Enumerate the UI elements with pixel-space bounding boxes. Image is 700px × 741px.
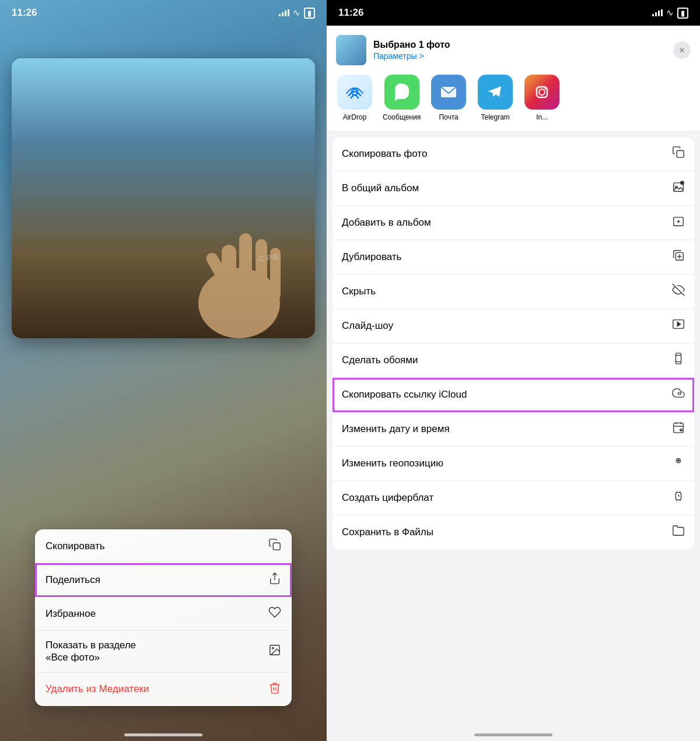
svg-point-42	[678, 460, 680, 462]
action-icloud-link-label: Скопировать ссылку iCloud	[342, 389, 467, 401]
telegram-icon	[478, 75, 513, 110]
mail-icon	[431, 75, 466, 110]
menu-delete-label: Удалить из Медиатеки	[46, 683, 149, 695]
action-copy-photo-label: Скопировать фото	[342, 148, 427, 160]
action-watch-face[interactable]: Создать циферблат	[332, 481, 694, 515]
action-hide-label: Скрыть	[342, 286, 376, 297]
copy-icon	[268, 538, 281, 554]
share-app-messages[interactable]: Сообщения	[383, 75, 421, 121]
left-phone-panel: 11:26 ∿ ▮	[0, 0, 327, 741]
heart-icon	[268, 606, 281, 621]
menu-item-show-all[interactable]: Показать в разделе«Все фото»	[35, 631, 292, 673]
action-hide-icon	[672, 283, 685, 300]
action-wallpaper[interactable]: Сделать обоями	[332, 343, 694, 378]
action-add-album-label: Добавить в альбом	[342, 217, 431, 229]
menu-copy-label: Скопировать	[46, 540, 105, 552]
left-time: 11:26	[12, 7, 37, 19]
share-app-telegram[interactable]: Telegram	[477, 75, 514, 121]
share-thumbnail	[336, 35, 366, 65]
share-header: Выбрано 1 фото Параметры > ×	[327, 26, 700, 65]
action-location-icon	[672, 455, 685, 472]
right-signal-icon	[652, 9, 663, 16]
action-add-album[interactable]: Добавить в альбом	[332, 206, 694, 240]
menu-favorite-label: Избранное	[46, 608, 96, 620]
telegram-label: Telegram	[481, 113, 509, 121]
svg-rect-20	[677, 150, 684, 157]
home-indicator-right	[474, 733, 552, 736]
left-status-bar: 11:26 ∿ ▮	[0, 0, 327, 26]
action-change-date-label: Изменить дату и время	[342, 423, 450, 435]
action-add-album-icon	[672, 215, 685, 231]
svg-rect-7	[239, 233, 252, 297]
share-sheet: Выбрано 1 фото Параметры > × AirDrop	[327, 26, 700, 741]
action-change-location-label: Изменить геопозицию	[342, 458, 443, 469]
action-shared-album-label: В общий альбом	[342, 182, 419, 194]
action-slideshow-label: Слайд-шоу	[342, 320, 393, 332]
action-copy-photo[interactable]: Скопировать фото	[332, 137, 694, 171]
svg-rect-8	[256, 239, 267, 300]
right-status-bar: 11:26 ∿ ▮	[327, 0, 700, 26]
messages-label: Сообщения	[383, 113, 421, 121]
action-save-files-label: Сохранить в Файлы	[342, 526, 433, 538]
photos-icon	[268, 644, 281, 659]
right-wifi-icon: ∿	[666, 8, 674, 18]
left-status-icons: ∿ ▮	[279, 8, 315, 19]
share-subtitle[interactable]: Параметры >	[373, 51, 666, 61]
menu-item-copy[interactable]: Скопировать	[35, 529, 292, 563]
action-wallpaper-icon	[672, 352, 685, 368]
airdrop-label: AirDrop	[343, 113, 367, 121]
mail-label: Почта	[439, 113, 458, 121]
action-save-files[interactable]: Сохранить в Файлы	[332, 515, 694, 549]
hand-silhouette	[181, 198, 298, 338]
action-watch-face-label: Создать циферблат	[342, 492, 433, 504]
action-icloud-link[interactable]: Скопировать ссылку iCloud	[332, 378, 694, 412]
watermark: CPB	[259, 252, 281, 263]
svg-marker-32	[677, 322, 681, 326]
share-icon	[268, 572, 281, 588]
share-close-button[interactable]: ×	[673, 41, 691, 59]
menu-item-delete[interactable]: Удалить из Медиатеки	[35, 673, 292, 706]
action-shared-album-icon	[672, 180, 685, 196]
action-calendar-icon	[672, 421, 685, 437]
share-app-mail[interactable]: Почта	[430, 75, 467, 121]
menu-item-share[interactable]: Поделиться	[35, 563, 292, 597]
messages-icon	[384, 75, 419, 110]
action-files-icon	[672, 524, 685, 540]
right-phone-panel: 11:26 ∿ ▮ Выбрано 1 фото Параметры > ×	[327, 0, 700, 741]
right-status-icons: ∿ ▮	[652, 8, 688, 19]
svg-rect-33	[676, 353, 681, 364]
action-slideshow-icon	[672, 318, 685, 334]
share-apps-row: AirDrop Сообщения Почта	[327, 65, 700, 131]
svg-rect-11	[273, 543, 280, 550]
wifi-icon: ∿	[293, 8, 300, 18]
share-title: Выбрано 1 фото	[373, 40, 666, 50]
share-app-airdrop[interactable]: AirDrop	[336, 75, 373, 121]
svg-point-14	[272, 648, 274, 649]
action-slideshow[interactable]: Слайд-шоу	[332, 309, 694, 343]
action-shared-album[interactable]: В общий альбом	[332, 171, 694, 206]
action-icloud-icon	[672, 387, 685, 403]
action-duplicate-label: Дублировать	[342, 251, 401, 263]
share-app-instagram[interactable]: In...	[523, 75, 561, 121]
action-list: Скопировать фото В общий альбом	[332, 137, 694, 549]
battery-icon: ▮	[304, 8, 315, 19]
airdrop-icon	[337, 75, 372, 110]
svg-point-23	[681, 181, 684, 185]
menu-share-label: Поделиться	[46, 574, 100, 586]
menu-item-favorite[interactable]: Избранное	[35, 597, 292, 631]
right-time: 11:26	[338, 7, 363, 19]
action-change-location[interactable]: Изменить геопозицию	[332, 447, 694, 481]
right-battery-icon: ▮	[677, 8, 688, 19]
signal-icon	[279, 9, 289, 16]
home-indicator-left	[124, 733, 202, 736]
action-duplicate-icon	[672, 249, 685, 265]
action-watch-icon	[672, 490, 685, 506]
svg-point-19	[545, 88, 547, 90]
action-duplicate[interactable]: Дублировать	[332, 240, 694, 275]
context-menu: Скопировать Поделиться Избранное	[35, 529, 292, 706]
action-hide[interactable]: Скрыть	[332, 275, 694, 309]
action-wallpaper-label: Сделать обоями	[342, 354, 418, 366]
action-change-date[interactable]: Изменить дату и время	[332, 412, 694, 447]
menu-show-all-label: Показать в разделе«Все фото»	[46, 640, 136, 663]
trash-icon	[268, 682, 281, 697]
